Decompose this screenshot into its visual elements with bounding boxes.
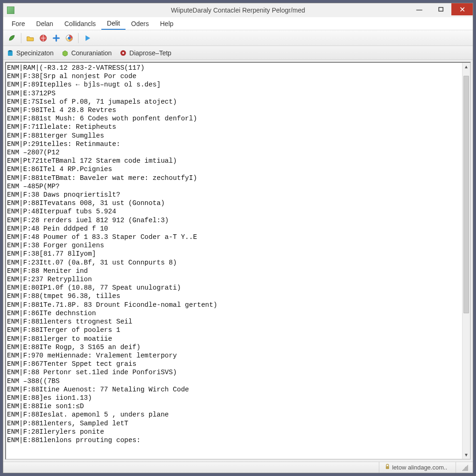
statusbar: letow alindage.com.. <box>3 462 473 473</box>
menu-oders[interactable]: Oders <box>126 17 154 30</box>
tabbar: Specinizaton Conuraniation Diaprose–Tetp <box>3 46 473 60</box>
scroll-up-arrow[interactable]: ▲ <box>463 63 470 71</box>
status-text: letow alindage.com.. <box>392 464 447 471</box>
console-output[interactable]: ENM|RAM|(-R3.12 283-2-VATRESS(117) ENM|F… <box>6 63 462 459</box>
titlebar: WiiputeDaraly Contaclei Rerpenity Pelogr… <box>3 3 473 17</box>
globe-red-icon[interactable] <box>37 32 49 44</box>
menu-fore[interactable]: Fore <box>6 17 31 30</box>
svg-point-7 <box>122 52 124 54</box>
close-button[interactable]: ✕ <box>451 3 473 15</box>
scroll-down-arrow[interactable]: ▼ <box>463 451 470 459</box>
svg-rect-8 <box>386 466 389 469</box>
window-title: WiiputeDaraly Contaclei Rerpenity Pelogr… <box>3 7 473 14</box>
menu-help[interactable]: Help <box>154 17 179 30</box>
tab-label: Diaprose–Tetp <box>129 49 171 57</box>
minimize-button[interactable]: — <box>409 3 430 15</box>
svg-rect-0 <box>439 7 443 11</box>
tab-specinizaton[interactable]: Specinizaton <box>7 49 53 57</box>
resize-grip-cell <box>456 462 468 473</box>
clipboard-icon <box>7 50 13 56</box>
lock-icon <box>385 464 390 471</box>
toolbar <box>3 30 473 46</box>
leaf-icon[interactable] <box>6 32 18 44</box>
menubar: Fore Delan Collidancls Delit Oders Help <box>3 17 473 30</box>
tab-label: Conuraniation <box>71 49 112 57</box>
resize-grip[interactable] <box>462 464 468 471</box>
maximize-button[interactable] <box>430 3 451 15</box>
plus-icon[interactable] <box>50 32 62 44</box>
disc-icon <box>120 50 126 56</box>
box-icon <box>62 50 68 56</box>
status-link[interactable]: letow alindage.com.. <box>379 462 453 473</box>
menu-delan[interactable]: Delan <box>31 17 59 30</box>
svg-point-3 <box>68 37 71 40</box>
toolbar-separator <box>78 33 79 43</box>
tab-diaprose[interactable]: Diaprose–Tetp <box>120 49 171 57</box>
tab-label: Specinizaton <box>16 49 53 57</box>
app-icon <box>7 7 14 14</box>
window-controls: — ✕ <box>409 3 473 17</box>
toolbar-separator <box>21 33 21 43</box>
tab-conuraniation[interactable]: Conuraniation <box>62 49 112 57</box>
folder-icon[interactable] <box>24 32 36 44</box>
menu-delit[interactable]: Delit <box>101 17 126 30</box>
menu-collidancls[interactable]: Collidancls <box>59 17 101 30</box>
svg-rect-5 <box>9 50 12 52</box>
vertical-scrollbar[interactable]: ▲ ▼ <box>462 63 470 459</box>
globe-color-icon[interactable] <box>63 32 75 44</box>
app-window: WiiputeDaraly Contaclei Rerpenity Pelogr… <box>3 3 473 473</box>
play-icon[interactable] <box>81 32 93 44</box>
console-panel: ENM|RAM|(-R3.12 283-2-VATRESS(117) ENM|F… <box>5 62 471 460</box>
scroll-thumb[interactable] <box>463 76 469 313</box>
content-area: ENM|RAM|(-R3.12 283-2-VATRESS(117) ENM|F… <box>3 60 473 462</box>
